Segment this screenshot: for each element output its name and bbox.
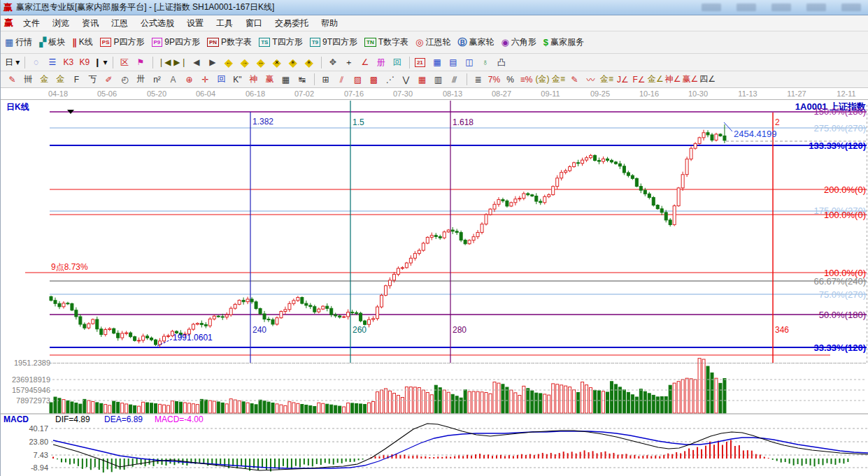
chart-canvas[interactable] [1, 100, 868, 476]
draw-target-star-button[interactable]: ✛ [198, 73, 213, 86]
draw-gold-grid-2-button[interactable]: 金 [53, 73, 68, 86]
draw-j-angle-button[interactable]: J∠ [616, 73, 630, 86]
draw-k-quote-button[interactable]: K" [230, 73, 245, 86]
toolbar-kline-button[interactable]: ∥K线 [72, 36, 93, 48]
draw-gold-circle-button[interactable]: (金) [535, 73, 550, 86]
nav-pan-hand-button[interactable]: ✥ [325, 56, 340, 69]
draw-gold-lines-button[interactable]: 金≡ [551, 73, 566, 86]
nav-gann-region-button[interactable]: 区 [117, 56, 131, 69]
draw-brush2-button[interactable]: ✎ [567, 73, 582, 86]
nav-info-list-button[interactable]: ☰ [45, 56, 59, 69]
menu-窗口[interactable]: 窗口 [239, 16, 269, 31]
draw-box-tool-button[interactable]: ⊞ [318, 73, 333, 86]
nav-gann-frame-tool-button[interactable]: 册 [373, 56, 388, 69]
nav-wave-tool-button[interactable]: 回 [390, 56, 404, 69]
menu-设置[interactable]: 设置 [180, 16, 210, 31]
toolbar-hexagon-button[interactable]: ◉六角形 [501, 36, 536, 48]
toolbar-t-number-table-button[interactable]: TNT数字表 [364, 36, 408, 48]
nav-k3-chart-button[interactable]: K3 [61, 56, 76, 69]
draw-dense-grid-button[interactable]: 卅 [134, 73, 148, 86]
nav-region-select-tool-button[interactable]: ◌ [29, 56, 43, 69]
draw-percent-button[interactable]: % [503, 73, 518, 86]
nav-angle-tool-button[interactable]: ∠ [357, 56, 372, 69]
draw-draw-pencil-button[interactable]: ✎ [5, 73, 20, 86]
draw-gold-angle-button[interactable]: 金∠ [648, 73, 664, 86]
draw-stats-box-button[interactable]: ≣ [471, 73, 485, 86]
nav-notepad-button[interactable]: ▤ [446, 56, 460, 69]
nav-go-first-button[interactable]: ❘◀ [157, 56, 171, 69]
toolbar-p-square-button[interactable]: PSP四方形 [100, 36, 145, 48]
nav-expand-all-button[interactable]: ◆✳ [285, 56, 300, 69]
draw-clock-grid-button[interactable]: ◴ [118, 73, 132, 86]
nav-shift-left-button[interactable]: ◆← [221, 56, 236, 69]
toolbar-gann-wheel-button[interactable]: ◎江恩轮 [415, 36, 450, 48]
menu-江恩[interactable]: 江恩 [105, 16, 134, 31]
nav-calendar-button[interactable]: 21 [413, 56, 428, 69]
menu-资讯[interactable]: 资讯 [76, 16, 105, 31]
draw-target-box-button[interactable]: 回 [214, 73, 229, 86]
menu-公式选股[interactable]: 公式选股 [134, 16, 180, 31]
draw-f-angle-button[interactable]: F∠ [632, 73, 646, 86]
draw-a-line-button[interactable]: A [166, 73, 180, 86]
draw-angle-fan-button[interactable]: ⋰ [383, 73, 397, 86]
toolbar-main: ▦行情▞板块∥K线PSP四方形P99P四方形PNP数字表TST四方形T99T四方… [1, 31, 868, 54]
nav-step-back-button[interactable]: ◀ [189, 56, 204, 69]
nav-go-last-button[interactable]: ▶❘ [173, 56, 187, 69]
draw-percent-lines-button[interactable]: ≡% [519, 73, 534, 86]
draw-gold-grid-1-button[interactable]: 金 [37, 73, 52, 86]
draw-win-angle-button[interactable]: 赢∠ [683, 73, 699, 86]
draw-hatch-box-button[interactable]: ▩ [367, 73, 381, 86]
menu-文件[interactable]: 文件 [17, 16, 46, 31]
nav-mark-flag-button[interactable]: ⚑ [133, 56, 148, 69]
nav-calculator-button[interactable]: ▦ [429, 56, 444, 69]
menu-交易委托[interactable]: 交易委托 [269, 16, 315, 31]
nav-compress-horizontal-button[interactable]: ◆✕ [269, 56, 284, 69]
nav-candle-style-dropdown-button[interactable]: ❙ ▾ [93, 56, 108, 69]
draw-percent-slash-button[interactable]: 7% [487, 73, 501, 86]
draw-five-grid-button[interactable]: 丂 [85, 73, 100, 86]
draw-ab-wave-button[interactable]: 〰 [583, 73, 598, 86]
nav-shift-right-button[interactable]: ◆→ [237, 56, 252, 69]
draw-span-arrows-button[interactable]: ↹ [294, 73, 309, 86]
toolbar-winner-wheel-button[interactable]: Ⓑ赢家轮 [457, 36, 494, 49]
draw-grid-tool-button[interactable]: 卌 [21, 73, 36, 86]
gann-region-icon: 区 [120, 57, 129, 68]
toolbar-9t-square-button[interactable]: T99T四方形 [310, 36, 357, 48]
menu-浏览[interactable]: 浏览 [46, 16, 76, 31]
nav-crosshair-cursor-button[interactable]: ＋ [341, 56, 356, 69]
nav-save-button[interactable]: ◫ [462, 56, 476, 69]
menu-帮助[interactable]: 帮助 [315, 16, 344, 31]
chart-area[interactable]: 日K线 1A0001 上证指数 150.0%(180)275.0%(270)13… [1, 100, 868, 476]
menu-工具[interactable]: 工具 [210, 16, 239, 31]
draw-slash-lines-button[interactable]: ⫻ [447, 73, 462, 86]
draw-f-grid-button[interactable]: F [69, 73, 84, 86]
draw-col-grid-button[interactable]: ▥ [431, 73, 446, 86]
nav-period-day-dropdown-button[interactable]: 日 ▾ [5, 56, 20, 69]
draw-red-grid-button[interactable]: ▦ [415, 73, 429, 86]
nav-web-sync-button[interactable]: ♁ [478, 56, 492, 69]
nav-k9-chart-button[interactable]: K9 [77, 56, 92, 69]
nav-print-button[interactable]: 凸 [494, 56, 508, 69]
draw-v-lines-button[interactable]: ⋁ [399, 73, 413, 86]
toolbar-winner-service-button[interactable]: $赢家服务 [543, 36, 584, 48]
nav-step-forward-button[interactable]: ▶ [205, 56, 220, 69]
draw-gold-lines2-button[interactable]: 金≡ [599, 73, 614, 86]
draw-shen-grid-button[interactable]: 神 [246, 73, 261, 86]
toolbar-p-number-table-button[interactable]: PNP数字表 [207, 36, 252, 48]
draw-four-angle-button[interactable]: 四∠ [699, 73, 716, 86]
toolbar-quotes-button[interactable]: ▦行情 [5, 36, 32, 48]
draw-ray-fan-button[interactable]: ⫽ [334, 73, 349, 86]
toolbar-t-square-button[interactable]: TST四方形 [259, 36, 303, 48]
nav-expand-horizontal-button[interactable]: ◆↔ [253, 56, 268, 69]
draw-target-cross-button[interactable]: ⊕ [182, 73, 197, 86]
draw-n2-grid-button[interactable]: n² [150, 73, 164, 86]
toolbar-9p-square-button[interactable]: P99P四方形 [152, 36, 200, 48]
draw-shen-angle-button[interactable]: 神∠ [665, 73, 681, 86]
draw-num-grid-button[interactable]: ▦ [278, 73, 293, 86]
draw-brush-tool-button[interactable]: ✐ [101, 73, 116, 86]
draw-ray-box-button[interactable]: ▨ [350, 73, 365, 86]
toolbar-sectors-button[interactable]: ▞板块 [39, 36, 65, 48]
draw-win-grid-button[interactable]: 赢 [262, 73, 277, 86]
nav-compress-all-button[interactable]: ◆✳ [301, 56, 316, 69]
ghost-item [771, 3, 791, 11]
